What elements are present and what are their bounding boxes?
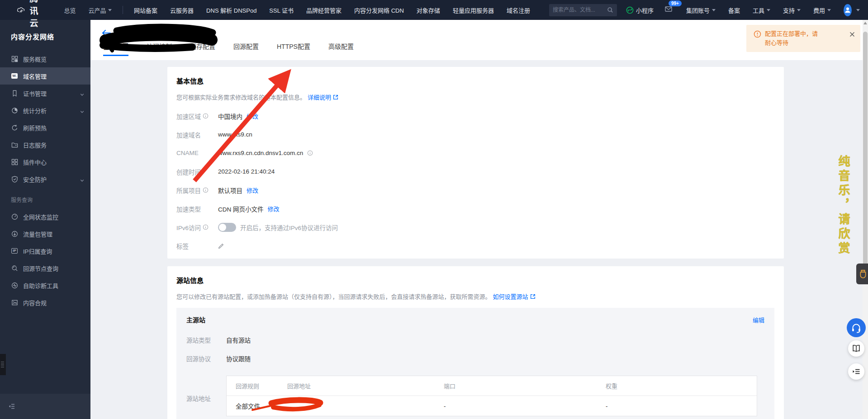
tencent-cloud-logo[interactable]: 腾讯云 — [0, 0, 57, 28]
sidebar-item-label: 服务概览 — [23, 55, 47, 63]
sidebar-item-network-status-monitor[interactable]: 全网状态监控 — [0, 208, 90, 225]
modify-region-link[interactable]: 修改 — [247, 112, 258, 120]
sidebar-item-label: 证书管理 — [23, 89, 47, 98]
info-icon[interactable] — [307, 150, 313, 156]
tab-basic-config[interactable]: 基础配置 — [103, 42, 128, 56]
modify-project-link[interactable]: 修改 — [247, 186, 258, 194]
open-book-icon — [852, 344, 861, 353]
user-avatar[interactable] — [844, 4, 852, 16]
search-input[interactable] — [553, 7, 607, 13]
topnav-item-lighthouse[interactable]: 轻量应用服务器 — [453, 6, 494, 14]
folder-icon — [11, 141, 18, 148]
sidebar-item-log-service[interactable]: 日志服务 — [0, 136, 90, 153]
primary-origin-header: 主源站 编辑 — [176, 308, 774, 324]
topnav-item-beian[interactable]: 备案 — [728, 6, 740, 14]
pie-chart-icon — [11, 107, 18, 114]
topnav-item-cloud-products[interactable]: 云产品 — [88, 6, 112, 14]
cloud-logo-icon — [16, 5, 25, 15]
topnav-item-website-beian[interactable]: 网站备案 — [134, 6, 157, 14]
warning-icon — [754, 30, 761, 38]
sidebar-item-statistics[interactable]: 统计分析 — [0, 102, 90, 119]
sidebar-item-label: 刷新预热 — [23, 123, 47, 132]
sidebar-item-content-compliance[interactable]: 内容合规 — [0, 294, 90, 311]
sidebar-item-label: 统计分析 — [23, 106, 47, 115]
tab-cache-config[interactable]: 缓存配置 — [190, 42, 215, 56]
ipv6-toggle[interactable] — [218, 223, 236, 232]
caret-down-icon[interactable] — [856, 9, 860, 11]
person-icon — [844, 6, 852, 14]
minimized-side-widget[interactable] — [0, 354, 6, 375]
sidebar-section-label: 服务查询 — [0, 188, 90, 208]
topnav-item-mini-program[interactable]: 小程序 — [626, 6, 654, 14]
external-link-icon[interactable] — [530, 294, 536, 299]
topnav-item-cdn[interactable]: 内容分发网络 CDN — [354, 6, 404, 14]
field-value: 协议跟随 — [226, 354, 251, 363]
caret-down-icon — [797, 9, 801, 11]
how-to-set-origin-link[interactable]: 如何设置源站 — [493, 292, 528, 301]
field-value: 默认项目 — [218, 186, 242, 195]
tab-origin-config[interactable]: 回源配置 — [233, 42, 259, 56]
field-label: 标签 — [176, 241, 189, 250]
close-icon[interactable] — [849, 29, 855, 47]
documentation-button[interactable] — [848, 340, 864, 357]
mini-program-label: 小程序 — [636, 6, 654, 14]
field-label: 回源协议 — [186, 354, 211, 363]
sidebar-item-security-protection[interactable]: 安全防护 — [0, 170, 90, 188]
sidebar-item-origin-node-query[interactable]: 回源节点查询 — [0, 259, 90, 277]
scrollbar-thumb[interactable] — [863, 32, 868, 273]
topnav-item-cvm[interactable]: 云服务器 — [170, 6, 194, 14]
col-header-origin-address: 回源地址 — [287, 381, 444, 390]
ip-icon: IP — [11, 247, 18, 254]
survey-list-button[interactable] — [848, 363, 864, 380]
sidebar-item-self-diagnostic[interactable]: 自助诊断工具 — [0, 277, 90, 294]
topnav-item-tools[interactable]: 工具 — [753, 6, 770, 14]
message-center-button[interactable]: 99+ — [664, 5, 673, 14]
topnav-item-brand-manager[interactable]: 品牌经营管家 — [306, 6, 342, 14]
scrollbar-up-arrow[interactable] — [863, 22, 867, 24]
tab-https-config[interactable]: HTTPS配置 — [277, 42, 310, 56]
sidebar-item-purge-prefetch[interactable]: 刷新预热 — [0, 119, 90, 136]
refresh-icon — [11, 124, 18, 131]
sidebar-item-plugin-center[interactable]: 插件中心 — [0, 153, 90, 170]
topnav-item-dnspod[interactable]: DNS 解析 DNSPod — [206, 6, 256, 14]
page-scrollbar[interactable] — [863, 20, 868, 419]
sidebar-item-certificate-management[interactable]: 证书管理 — [0, 85, 90, 102]
topnav-item-billing[interactable]: 费用 — [813, 6, 831, 14]
topnav-item-group-account[interactable]: 集团账号 — [686, 6, 716, 14]
search-box[interactable] — [549, 4, 617, 16]
field-label: 源站地址 — [186, 394, 211, 403]
modify-type-link[interactable]: 修改 — [268, 204, 280, 213]
external-link-icon[interactable] — [333, 94, 338, 100]
origin-table-header: 回源规则 回源地址 端口 权重 — [227, 376, 757, 396]
info-icon[interactable] — [203, 224, 209, 230]
topnav-item-ssl[interactable]: SSL 证书 — [269, 6, 294, 14]
topnav-item-domain-reg[interactable]: 域名注册 — [507, 6, 530, 14]
field-value: 中国境内 — [218, 112, 242, 121]
search-icon[interactable] — [607, 7, 613, 13]
topnav-item-support[interactable]: 支持 — [783, 6, 801, 14]
tab-access-control[interactable]: 访问控制 — [147, 42, 172, 56]
topnav-item-overview[interactable]: 总览 — [64, 6, 76, 14]
field-label: 加速类型 — [176, 204, 201, 213]
edit-pencil-icon[interactable] — [218, 243, 224, 249]
customer-service-button[interactable] — [847, 318, 866, 337]
usb-icon — [859, 268, 868, 280]
chevron-down-icon — [80, 108, 84, 115]
detail-doc-link[interactable]: 详细说明 — [308, 93, 331, 101]
sidebar-item-domain-management[interactable]: W. 域名管理 — [0, 67, 90, 85]
info-icon[interactable] — [203, 113, 209, 119]
unread-count-badge: 99+ — [669, 0, 682, 6]
field-row-creation-time: 创建时间 2022-02-16 21:40:24 — [176, 162, 784, 181]
col-header-port: 端口 — [444, 381, 606, 390]
shield-icon — [11, 175, 18, 183]
topnav-item-cos[interactable]: 对象存储 — [417, 6, 440, 14]
tab-advanced-config[interactable]: 高级配置 — [328, 42, 354, 56]
sidebar-item-service-overview[interactable]: 服务概览 — [0, 50, 90, 67]
back-arrow-icon[interactable] — [101, 29, 111, 37]
collapse-sidebar-icon[interactable] — [8, 403, 15, 410]
sidebar-item-traffic-package[interactable]: 流量包管理 — [0, 225, 90, 242]
usb-extension-widget[interactable] — [856, 264, 868, 284]
sidebar-item-ip-lookup[interactable]: IP IP归属查询 — [0, 242, 90, 259]
edit-origin-link[interactable]: 编辑 — [753, 315, 764, 324]
info-icon[interactable] — [203, 187, 209, 193]
